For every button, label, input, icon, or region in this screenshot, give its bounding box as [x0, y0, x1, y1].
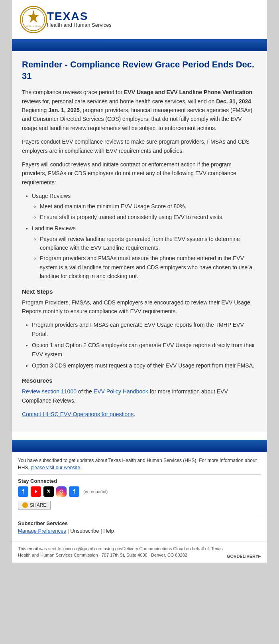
share-icon [22, 502, 28, 508]
paragraph-1-mid: reviews for, personal care services and … [22, 98, 216, 105]
svg-point-8 [63, 489, 63, 490]
share-label: SHARE [30, 502, 46, 508]
divider-2 [18, 517, 261, 517]
twitter-x-icon[interactable]: 𝕏 [43, 486, 54, 497]
date-1: Dec. 31, 2024 [216, 98, 251, 105]
unsubscribe-label: Unsubscribe [70, 528, 99, 534]
visit-website-link[interactable]: please visit our website [31, 465, 80, 470]
contact-paragraph: Contact HHSC EVV Operations for question… [22, 410, 257, 419]
content-area: Reminder - Compliance Review Grace Perio… [12, 51, 267, 432]
svg-point-7 [60, 490, 63, 493]
logo-hhs: Health and Human Services [47, 22, 112, 29]
resources-heading: Resources [22, 377, 257, 384]
subscription-section: You have subscribed to get updates about… [12, 452, 267, 541]
landline-sublist: Payers will review landline reports gene… [40, 235, 257, 281]
svg-text:STATE OF TEXAS: STATE OF TEXAS [26, 25, 41, 27]
en-espanol-label: (en español) [83, 489, 108, 494]
next-steps-item-2: Option 1 and Option 2 CDS employers can … [32, 341, 257, 359]
article-title: Reminder - Compliance Review Grace Perio… [22, 59, 257, 82]
legal-text: This email was sent to xxxxxxx@gmail.com… [18, 545, 223, 559]
texas-seal-icon: STATE OF TEXAS [20, 6, 47, 33]
facebook-espanol-icon[interactable]: f [69, 486, 79, 497]
paragraph-1-bold: EVV Usage and EVV Landline Phone Verific… [124, 89, 252, 95]
contact-hhsc-link[interactable]: Contact HHSC EVV Operations for question… [22, 411, 134, 417]
instagram-icon[interactable] [56, 486, 67, 497]
resources-mid: of the [77, 388, 94, 395]
footer-legal: This email was sent to xxxxxxx@gmail.com… [12, 541, 267, 563]
divider-1 [18, 474, 261, 475]
paragraph-2: Payers conduct EVV compliance reviews to… [22, 137, 257, 155]
usage-sub-1: Meet and maintain the minimum EVV Usage … [40, 202, 257, 211]
usage-sublist: Meet and maintain the minimum EVV Usage … [40, 202, 257, 221]
usage-sub-2: Ensure staff is properly trained and con… [40, 213, 257, 221]
compliance-list: Usage Reviews Meet and maintain the mini… [32, 192, 257, 281]
help-label: Help [103, 528, 114, 534]
top-banner [12, 39, 267, 51]
manage-preferences-link[interactable]: Manage Preferences [18, 528, 66, 534]
govdelivery-logo: GOVDELIVERY ▶ [227, 554, 261, 559]
next-steps-text: Program Providers, FMSAs, and CDS employ… [22, 298, 257, 316]
subscriber-links: Manage Preferences | Unsubscribe | Help [18, 528, 261, 534]
landline-sub-2: Program providers and FMSAs must ensure … [40, 254, 257, 281]
paragraph-3: Payers will conduct reviews and initiate… [22, 160, 257, 187]
logo-texas: TEXAS [47, 11, 112, 22]
youtube-icon[interactable] [31, 486, 41, 497]
share-button[interactable]: SHARE [18, 501, 51, 510]
social-icons-row: f 𝕏 [18, 486, 261, 497]
evv-policy-handbook-link[interactable]: EVV Policy Handbook [94, 388, 148, 395]
subscriber-services-label: Subscriber Services [18, 520, 261, 526]
facebook-icon[interactable]: f [18, 486, 28, 497]
landline-sub-1: Payers will review landline reports gene… [40, 235, 257, 253]
list-item-landline: Landline Reviews Payers will review land… [32, 224, 257, 281]
list-item-usage: Usage Reviews Meet and maintain the mini… [32, 192, 257, 221]
govdelivery-text: GOVDELIVERY [227, 554, 258, 559]
bottom-banner [12, 440, 267, 452]
paragraph-1: The compliance reviews grace period for … [22, 88, 257, 132]
contact-end: . [134, 411, 135, 417]
svg-rect-6 [58, 488, 65, 495]
date-2: Jan. 1, 2025 [48, 107, 80, 113]
logo-text: TEXAS Health and Human Services [47, 11, 112, 29]
govdelivery-arrow-icon: ▶ [258, 554, 261, 558]
header: STATE OF TEXAS TEXAS Health and Human Se… [12, 0, 267, 39]
next-steps-item-1: Program providers and FMSAs can generate… [32, 320, 257, 338]
next-steps-list: Program providers and FMSAs can generate… [32, 320, 257, 370]
next-steps-heading: Next Steps [22, 288, 257, 295]
usage-reviews-label: Usage Reviews [32, 193, 71, 199]
landline-reviews-label: Landline Reviews [32, 225, 76, 231]
review-section-link[interactable]: Review section 11000 [22, 388, 77, 395]
resources-paragraph: Review section 11000 of the EVV Policy H… [22, 387, 257, 405]
paragraph-1-pre: The compliance reviews grace period for [22, 89, 124, 95]
next-steps-item-3: Option 3 CDS employers must request a co… [32, 361, 257, 370]
stay-connected-label: Stay Connected [18, 478, 261, 484]
subscription-text: You have subscribed to get updates about… [18, 457, 261, 471]
